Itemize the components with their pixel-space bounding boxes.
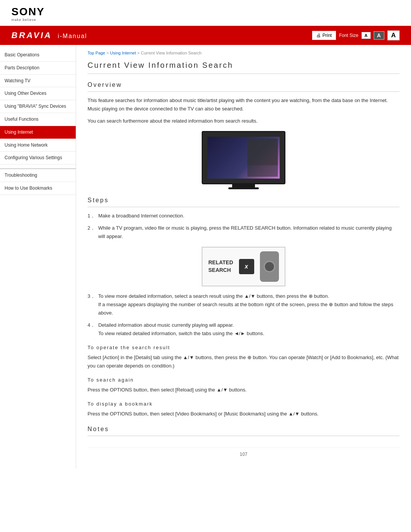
step-4-text: Detailed information about music current… <box>98 321 264 338</box>
sony-tagline: make.believe <box>11 18 36 22</box>
sub-heading-operate: To operate the search result <box>88 345 400 350</box>
print-button[interactable]: 🖨 Print <box>312 31 336 40</box>
sub-section3-text: Press the OPTIONS button, then select [V… <box>88 410 400 418</box>
banner-controls: 🖨 Print Font Size A A A <box>312 30 400 40</box>
sidebar: Basic Operations Parts Description Watch… <box>0 45 76 468</box>
tv-illustration <box>202 131 285 189</box>
sub-heading-search-again: To search again <box>88 377 400 383</box>
sidebar-item-troubleshooting[interactable]: Troubleshooting <box>0 169 76 182</box>
tv-screen <box>207 137 280 179</box>
overview-paragraph-2: You can search furthermore about the rel… <box>88 117 400 125</box>
step-1: 1． Make a broadband Internet connection. <box>88 212 400 220</box>
font-size-label: Font Size <box>339 33 358 38</box>
sony-logo: SONY make.believe <box>11 6 400 22</box>
page-title: Current View Information Search <box>88 61 400 74</box>
overview-heading: Overview <box>88 81 400 92</box>
related-search-label: RELATEDSEARCH <box>208 259 233 274</box>
remote-image-container: RELATEDSEARCH x <box>88 247 400 286</box>
sidebar-item-bookmarks[interactable]: How to Use Bookmarks <box>0 182 76 195</box>
page-number: 107 <box>88 447 400 457</box>
remote-illustration <box>260 251 279 282</box>
breadcrumb: Top Page > Using Internet > Current View… <box>88 51 400 55</box>
step-2-num: 2． <box>88 224 95 241</box>
steps-heading: Steps <box>88 197 400 207</box>
steps-list-cont: 3． To view more detailed information, se… <box>88 292 400 338</box>
step-2: 2． While a TV program, video file or mus… <box>88 224 400 241</box>
tv-mockup <box>202 131 285 184</box>
font-medium-button[interactable]: A <box>374 31 384 40</box>
sidebar-item-home-network[interactable]: Using Home Network <box>0 139 76 152</box>
sidebar-item-configuring-settings[interactable]: Configuring Various Settings <box>0 152 76 165</box>
overview-paragraph-1: This feature searches for information ab… <box>88 96 400 113</box>
sub-heading-display-bookmark: To display a bookmark <box>88 401 400 407</box>
print-icon: 🖨 <box>316 33 321 38</box>
breadcrumb-current: Current View Information Search <box>141 51 201 55</box>
related-search-box: RELATEDSEARCH x <box>202 247 285 286</box>
sub-section2-text: Press the OPTIONS button, then select [R… <box>88 386 400 394</box>
sidebar-item-basic-operations[interactable]: Basic Operations <box>0 49 76 62</box>
sidebar-item-useful-functions[interactable]: Useful Functions <box>0 113 76 126</box>
main-layout: Basic Operations Parts Description Watch… <box>0 45 411 468</box>
bravia-logo: BRAVIA <box>11 30 52 40</box>
sidebar-item-watching-tv[interactable]: Watching TV <box>0 75 76 88</box>
sidebar-item-parts-description[interactable]: Parts Description <box>0 62 76 75</box>
sidebar-item-using-other-devices[interactable]: Using Other Devices <box>0 87 76 100</box>
step-3: 3． To view more detailed information, se… <box>88 292 400 317</box>
tv-stand <box>232 184 255 187</box>
bravia-title: BRAVIA i-Manual <box>11 30 87 40</box>
tv-screen-text <box>247 165 278 177</box>
step-1-num: 1． <box>88 212 95 220</box>
step-4-num: 4． <box>88 321 95 338</box>
tv-image-container <box>88 131 400 189</box>
steps-list: 1． Make a broadband Internet connection.… <box>88 212 400 241</box>
xc-button: x <box>239 259 254 274</box>
content-area: Top Page > Using Internet > Current View… <box>76 45 411 468</box>
step-4: 4． Detailed information about music curr… <box>88 321 400 338</box>
font-small-button[interactable]: A <box>362 32 371 39</box>
tv-base <box>228 187 259 189</box>
step-3-text: To view more detailed information, selec… <box>98 292 400 317</box>
breadcrumb-sep2: > <box>137 51 141 55</box>
breadcrumb-top-page[interactable]: Top Page <box>88 51 105 55</box>
imanual-label: i-Manual <box>58 33 87 40</box>
sidebar-item-using-internet[interactable]: Using Internet <box>0 126 76 139</box>
sidebar-item-bravia-sync[interactable]: Using "BRAVIA" Sync Devices <box>0 100 76 113</box>
breadcrumb-using-internet[interactable]: Using Internet <box>110 51 136 55</box>
tv-screen-overlay <box>247 139 278 165</box>
step-3-num: 3． <box>88 292 95 317</box>
notes-heading: Notes <box>88 426 400 436</box>
red-banner: BRAVIA i-Manual 🖨 Print Font Size A A A <box>0 26 411 45</box>
breadcrumb-sep1: > <box>107 51 110 55</box>
remote-circle <box>264 261 275 272</box>
sony-wordmark: SONY <box>11 6 45 18</box>
step-2-text: While a TV program, video file or music … <box>98 224 400 241</box>
font-large-button[interactable]: A <box>387 30 400 40</box>
step-1-text: Make a broadband Internet connection. <box>98 212 184 220</box>
sub-section1-text: Select [Action] in the [Details] tab usi… <box>88 353 400 370</box>
